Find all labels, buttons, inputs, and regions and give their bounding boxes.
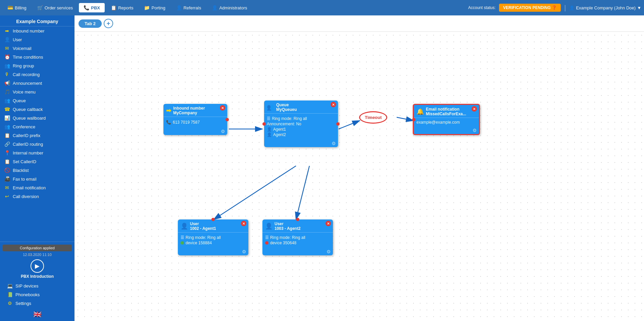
nav-right: Account status: VERIFICATION PENDING ❓ |… [468,4,641,12]
queue-gear-icon[interactable]: ⚙ [332,141,336,146]
email-node-close[interactable]: ✕ [472,106,477,112]
user-icon: 👤 [569,5,575,10]
nav-administrators[interactable]: 👤 Administrators [207,3,252,12]
inbound-node-close[interactable]: ✕ [220,105,225,111]
timeout-bubble: Timeout [359,111,387,124]
sidebar-item-callerid-routing[interactable]: 🔗 CallerID routing [0,140,75,148]
flow-arrows [75,32,644,319]
top-nav: 💳 Billing 🛒 Order services 📞 PBX 📋 Repor… [0,0,644,15]
tab-2-button[interactable]: Tab 2 [79,19,102,28]
referrals-icon: 👤 [176,5,182,10]
sidebar-item-inbound-number[interactable]: ➡ Inbound number [0,26,75,35]
sidebar-item-callerid-prefix[interactable]: 📋 CallerID prefix [0,131,75,140]
queue-icon: 👥 [4,98,10,103]
user1-node-icon: 👤 [181,222,188,230]
reports-icon: 📋 [111,5,116,10]
sidebar-item-call-diversion[interactable]: ↩ Call diversion [0,192,75,201]
sidebar-item-queue-callback[interactable]: ☎ Queue callback [0,105,75,114]
conference-icon: 👥 [4,124,10,129]
queue-node-subtitle: MyQueueu [276,107,297,112]
callerid-routing-icon: 🔗 [4,141,10,147]
canvas-area[interactable]: ➡ Inbound number MyCompany ✕ 📞 613 7019 … [75,32,644,319]
queue-node-icon: 👥 [267,104,274,111]
user2-node-footer: ⚙ [262,248,333,255]
sidebar-bottom: Configuration applied 12.03.2020 11:10 ▶… [0,242,75,321]
email-gear-icon[interactable]: ⚙ [473,128,477,133]
user2-node-close[interactable]: ✕ [326,221,331,226]
inbound-node-header: ➡ Inbound number MyCompany ✕ [163,104,227,117]
email-node-subtitle: MissedCallsForExa... [426,112,466,116]
sidebar-item-internal-number[interactable]: 📍 Internal number [0,148,75,157]
sidebar-item-set-callerid[interactable]: 📋 Set CallerID [0,157,75,166]
user1-node[interactable]: 👤 User 1002 - Agent1 ✕ ☰ Ring mode: Ring… [178,219,248,255]
porting-icon: 📁 [144,5,150,10]
sidebar-item-voice-menu[interactable]: 🎵 Voice menu [0,87,75,96]
user2-node-body: ☰ Ring mode: Ring all device 350648 [262,233,333,248]
sidebar-item-call-recording[interactable]: 🎙 Call recording [0,70,75,79]
user1-node-header: 👤 User 1002 - Agent1 ✕ [178,219,248,233]
callerid-prefix-icon: 📋 [4,133,10,138]
sidebar-item-time-conditions[interactable]: ⏰ Time conditions [0,53,75,61]
blacklist-icon: 🚫 [4,168,10,173]
nav-order-services[interactable]: 🛒 Order services [33,3,78,12]
sidebar-item-voicemail[interactable]: ✉ Voicemail [0,44,75,53]
nav-reports[interactable]: 📋 Reports [106,3,138,12]
add-tab-button[interactable]: + [104,19,113,28]
sidebar-item-user[interactable]: 👤 User [0,35,75,44]
queue-node[interactable]: 👥 Queue MyQueueu ✕ ☰ Ring mode: Ring all… [264,101,338,147]
user2-node[interactable]: 👤 User 1003 - Agent2 ✕ ☰ Ring mode: Ring… [262,219,333,255]
sidebar-item-blacklist[interactable]: 🚫 Blacklist [0,166,75,175]
config-date: 12.03.2020 11:10 [3,253,72,257]
sidebar-item-settings[interactable]: ⚙ Settings [3,299,72,308]
queue-wallboard-icon: 📊 [4,115,10,121]
queue-node-close[interactable]: ✕ [331,102,336,107]
nav-porting[interactable]: 📁 Porting [139,3,170,12]
sidebar-item-queue-wallboard[interactable]: 📊 Queue wallboard [0,114,75,122]
nav-billing[interactable]: 💳 Billing [3,3,31,12]
user-sidebar-icon: 👤 [4,37,10,42]
queue-node-title: Queue [276,103,297,107]
sidebar-item-phonebooks[interactable]: 📗 Phonebooks [3,290,72,299]
user1-gear-icon[interactable]: ⚙ [242,249,246,254]
pbx-icon: 📞 [84,5,89,10]
queue-node-body: ☰ Ring mode: Ring all Announcement: No 👤… [264,114,338,140]
inbound-node-body: 📞 613 7019 7587 [163,117,227,128]
sip-devices-icon: 💻 [7,283,13,288]
account-user[interactable]: 👤 Example Company (John Doe) ▼ [569,5,641,10]
billing-icon: 💳 [7,5,13,10]
time-conditions-icon: ⏰ [4,54,10,60]
user2-device-status [265,241,268,245]
set-callerid-icon: 📋 [4,159,10,164]
nav-referrals[interactable]: 👤 Referrals [171,3,206,12]
agent2-icon: 👤 [267,132,272,137]
agent1-icon: 👤 [267,127,272,132]
queue-conn-right [336,122,340,126]
verification-btn[interactable]: VERIFICATION PENDING ❓ [499,4,561,12]
email-notif-icon: ✉ [4,185,10,190]
fax-icon: 📠 [4,176,10,182]
sidebar-company: Example Company [0,15,75,26]
inbound-gear-icon[interactable]: ⚙ [221,129,225,134]
sidebar-item-queue[interactable]: 👥 Queue [0,96,75,105]
user2-gear-icon[interactable]: ⚙ [327,249,331,254]
user1-node-body: ☰ Ring mode: Ring all device 158884 [178,233,248,248]
flag-icon: 🇬🇧 [33,311,42,318]
user2-node-title: User [275,221,301,226]
ring-mode-icon: ☰ [267,116,270,121]
call-diversion-icon: ↩ [4,194,10,199]
inbound-number-node[interactable]: ➡ Inbound number MyCompany ✕ 📞 613 7019 … [163,104,227,135]
phone-icon: 📞 [166,120,171,125]
email-notification-node[interactable]: 🔔 Email notification MissedCallsForExa..… [413,104,480,135]
ring-group-icon: 👥 [4,63,10,68]
sidebar-item-fax-to-email[interactable]: 📠 Fax to email [0,175,75,183]
user1-node-close[interactable]: ✕ [241,221,246,226]
sidebar-item-conference[interactable]: 👥 Conference [0,122,75,131]
sidebar-item-email-notification[interactable]: ✉ Email notification [0,183,75,192]
pbx-intro-label: PBX Introduction [3,274,72,279]
sidebar-item-announcement[interactable]: 📢 Announcement [0,79,75,87]
nav-pbx[interactable]: 📞 PBX [79,3,105,12]
sidebar-item-sip-devices[interactable]: 💻 SIP devices [3,281,72,290]
inbound-node-icon: ➡ [166,107,171,114]
sidebar-item-ring-group[interactable]: 👥 Ring group [0,61,75,70]
play-button[interactable]: ▶ [31,259,44,273]
